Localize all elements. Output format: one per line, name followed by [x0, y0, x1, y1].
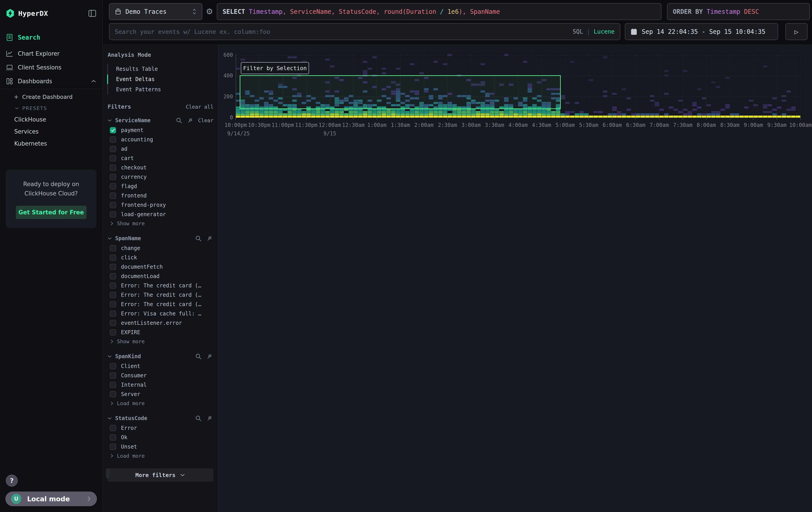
sidebar-item-search[interactable]: Search — [0, 31, 102, 44]
chart-line-icon — [6, 50, 13, 57]
sql-toggle[interactable]: SQL — [573, 28, 583, 35]
filter-option[interactable]: Client — [107, 361, 213, 371]
filter-option[interactable]: cart — [107, 154, 213, 163]
pin-icon[interactable] — [205, 235, 213, 242]
sidebar-item-chart-explorer[interactable]: Chart Explorer — [0, 47, 102, 60]
checkbox-unchecked — [110, 211, 116, 217]
run-query-button[interactable]: ▷ — [785, 23, 808, 40]
filter-option-label: Ok — [121, 434, 127, 440]
more-filters-button[interactable]: More filters — [107, 468, 213, 482]
filter-option[interactable]: Consumer — [107, 371, 213, 380]
x-tick-label: 1:00am — [367, 122, 387, 128]
pin-icon[interactable] — [205, 414, 213, 422]
filter-option[interactable]: change — [107, 244, 213, 253]
filter-option[interactable]: eventListener.error — [107, 318, 213, 328]
filter-option[interactable]: EXPIRE — [107, 328, 213, 337]
filter-option[interactable]: accounting — [107, 135, 213, 144]
filter-option[interactable]: checkout — [107, 163, 213, 172]
chart-selection-rect[interactable] — [240, 75, 561, 109]
checkbox-unchecked — [110, 372, 116, 379]
source-select[interactable]: Demo Traces — [109, 3, 202, 20]
filter-option-label: accounting — [121, 136, 153, 143]
filter-section-header[interactable]: SpanKind — [107, 351, 213, 361]
x-tick-label: 2:30am — [438, 122, 457, 128]
analysis-tab-event-patterns[interactable]: Event Patterns — [108, 84, 213, 95]
x-tick — [777, 118, 777, 120]
show-more-button[interactable]: Load more — [107, 452, 213, 460]
filter-option[interactable]: click — [107, 253, 213, 262]
search-icon[interactable] — [194, 414, 202, 422]
chevron-down-icon — [107, 119, 112, 122]
filter-option[interactable]: currency — [107, 172, 213, 182]
filter-option[interactable]: payment — [107, 126, 213, 135]
sidebar-item-services[interactable]: Services — [0, 126, 102, 138]
sql-token: , — [331, 8, 339, 16]
filter-option[interactable]: load-generator — [107, 210, 213, 219]
filter-option[interactable]: Unset — [107, 442, 213, 452]
filter-section-header[interactable]: ServiceNameClear — [107, 115, 213, 126]
search-icon[interactable] — [194, 352, 202, 360]
date-range-picker[interactable]: Sep 14 22:04:35 - Sep 15 10:04:35 — [625, 23, 778, 40]
filter-by-selection-button[interactable]: Filter by Selection — [241, 62, 309, 74]
gear-icon[interactable]: ⚙ — [203, 3, 216, 20]
checkbox-unchecked — [110, 320, 116, 326]
filter-option[interactable]: documentLoad — [107, 272, 213, 281]
filter-option[interactable]: frontend — [107, 191, 213, 200]
search-icon[interactable] — [194, 235, 202, 242]
filter-option[interactable]: documentFetch — [107, 262, 213, 272]
clear-all-button[interactable]: Clear all — [186, 104, 213, 110]
filter-option[interactable]: ad — [107, 144, 213, 154]
sidebar-item-client-sessions[interactable]: Client Sessions — [0, 60, 102, 74]
filter-option-label: Consumer — [121, 372, 147, 379]
filter-option[interactable]: Error: Visa cache full: … — [107, 309, 213, 318]
filter-section-header[interactable]: StatusCode — [107, 413, 213, 423]
create-dashboard-button[interactable]: + Create Dashboard — [0, 91, 102, 103]
analysis-tab-results-table[interactable]: Results Table — [108, 64, 213, 74]
show-more-button[interactable]: Show more — [107, 337, 213, 346]
x-tick-label: 5:30am — [579, 122, 598, 128]
preset-label: ClickHouse — [14, 116, 46, 123]
get-started-button[interactable]: Get Started for Free — [16, 206, 86, 219]
presets-toggle[interactable]: PRESETS — [0, 103, 102, 113]
pin-icon[interactable] — [186, 116, 194, 125]
sidebar-item-label: Dashboards — [18, 78, 52, 85]
checkbox-unchecked — [110, 391, 116, 397]
search-icon[interactable] — [175, 116, 183, 125]
local-mode-button[interactable]: U Local mode — [5, 491, 97, 506]
checkbox-unchecked — [110, 183, 116, 189]
x-tick-label: 7:00am — [650, 122, 669, 128]
laptop-icon — [6, 64, 13, 71]
sidebar-item-dashboards[interactable]: Dashboards — [0, 74, 102, 88]
filter-option[interactable]: Error: The credit card (… — [107, 281, 213, 290]
filter-option-label: Internal — [121, 382, 147, 388]
filter-option[interactable]: Internal — [107, 380, 213, 389]
filter-section-spanname: SpanNamechangeclickdocumentFetchdocument… — [107, 233, 213, 346]
help-button[interactable]: ? — [6, 475, 18, 487]
order-by-input[interactable]: ORDER BY Timestamp DESC — [667, 3, 810, 20]
x-tick — [471, 118, 471, 120]
avatar: U — [11, 494, 21, 504]
filter-option[interactable]: frontend-proxy — [107, 200, 213, 210]
filter-option[interactable]: Error: The credit card (… — [107, 300, 213, 309]
filter-option[interactable]: Server — [107, 389, 213, 399]
filter-option[interactable]: Error — [107, 423, 213, 433]
preset-label: Services — [14, 128, 39, 135]
search-input[interactable] — [115, 28, 573, 35]
filter-option[interactable]: Error: The credit card (… — [107, 290, 213, 300]
filters-title: Filters — [107, 104, 186, 110]
pin-icon[interactable] — [205, 352, 213, 360]
show-more-button[interactable]: Show more — [107, 219, 213, 228]
filter-option[interactable]: Ok — [107, 433, 213, 442]
filter-section-header[interactable]: SpanName — [107, 233, 213, 244]
sidebar-collapse-icon[interactable] — [88, 9, 96, 17]
scrollbar-thumb[interactable] — [106, 468, 110, 478]
clear-filter-button[interactable]: Clear — [198, 117, 213, 123]
hyperdx-logo-icon[interactable] — [6, 8, 15, 18]
sidebar-item-kubernetes[interactable]: Kubernetes — [0, 138, 102, 150]
lucene-toggle[interactable]: Lucene — [594, 28, 614, 35]
analysis-tab-event-deltas[interactable]: Event Deltas — [108, 74, 213, 84]
select-clause-input[interactable]: SELECT Timestamp, ServiceName, StatusCod… — [217, 3, 662, 20]
sidebar-item-clickhouse[interactable]: ClickHouse — [0, 113, 102, 126]
show-more-button[interactable]: Load more — [107, 399, 213, 408]
filter-option[interactable]: flagd — [107, 182, 213, 191]
